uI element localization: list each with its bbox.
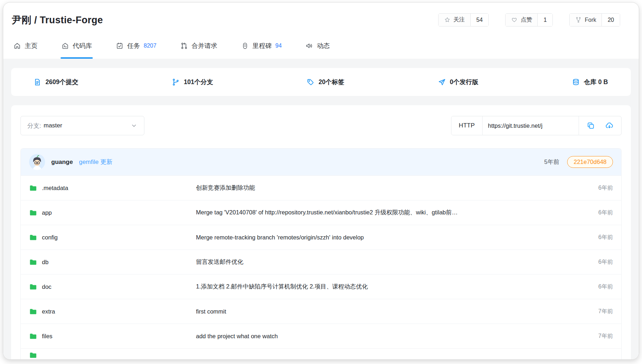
fork-button[interactable]: Fork 20 — [569, 13, 620, 26]
stat-repo-size[interactable]: 仓库 0 B — [570, 77, 610, 87]
tasks-icon — [116, 42, 124, 50]
files: files add the project what one watch 7年前 — [21, 324, 621, 348]
tab-label: 任务 — [127, 42, 140, 50]
commit-message-link[interactable]: 1.添加文档 2.邮件中缺陷序号计算机制优化 2.项目、课程动态优化 — [196, 283, 590, 291]
file-updated-time: 6年前 — [598, 234, 613, 241]
tab-label: 代码库 — [73, 42, 92, 50]
branch-select-label: 分支: — [27, 122, 41, 130]
repo-header: 尹刚 / Trustie-Forge 关注 54 点赞 1 Fork 20 — [3, 3, 639, 26]
folder-icon — [29, 233, 37, 242]
file-name-link[interactable]: .metadata — [42, 185, 68, 191]
cloud-download-icon — [605, 121, 614, 130]
action-count: 20 — [602, 14, 620, 26]
tab-code[interactable]: 代码库 — [61, 42, 93, 59]
action-count: 1 — [537, 14, 552, 26]
branch-icon — [172, 78, 180, 86]
file-name-link[interactable]: files — [42, 333, 52, 340]
database-icon — [572, 78, 580, 86]
folder-icon — [29, 351, 37, 359]
db: db 留言发送邮件优化 6年前 — [21, 249, 621, 274]
repo-toolbar: 分支: master HTTP — [20, 116, 622, 135]
commit-message-link[interactable]: add the project what one watch — [196, 333, 590, 340]
commit-sha-badge[interactable]: 221e70d648 — [567, 156, 613, 168]
folder-icon — [29, 307, 37, 316]
tab-label: 主页 — [25, 42, 38, 50]
file-name-link[interactable]: db — [42, 259, 48, 266]
star-icon — [444, 16, 451, 23]
document-icon — [33, 78, 42, 86]
commit-message-link[interactable]: Merge remote-tracking branch 'remotes/or… — [196, 234, 590, 241]
extra: extra first commit 7年前 — [21, 299, 621, 324]
repo-stats-bar: 2609个提交 101个分支 20个标签 0个发行版 仓库 0 B — [11, 68, 631, 96]
copy-icon — [586, 121, 595, 130]
commit-message-link[interactable]: 创新竞赛添加删除功能 — [196, 184, 590, 192]
speaker-icon — [305, 42, 313, 50]
tab-label: 动态 — [317, 42, 330, 50]
repo-card: 分支: master HTTP — [11, 105, 631, 360]
page-title: 尹刚 / Trustie-Forge — [12, 14, 103, 26]
file-name-link[interactable]: config — [42, 234, 58, 241]
tab-bar: 主页 代码库 任务 8207 合并请求 里程碑 94 动态 — [3, 26, 639, 59]
commit-message-link[interactable]: first commit — [196, 308, 590, 315]
table-row — [21, 348, 621, 360]
tab-count: 94 — [276, 43, 282, 49]
stat-tags[interactable]: 20个标签 — [304, 77, 346, 87]
tab-activity[interactable]: 动态 — [305, 42, 330, 59]
page-body: 2609个提交 101个分支 20个标签 0个发行版 仓库 0 B 分支: ma… — [3, 59, 639, 360]
praise-button[interactable]: 点赞 1 — [505, 13, 553, 26]
branch-select[interactable]: 分支: master — [20, 116, 144, 135]
config: config Merge remote-tracking branch 'rem… — [21, 225, 621, 249]
commit-author-link[interactable]: guange — [51, 159, 73, 166]
stat-commits[interactable]: 2609个提交 — [31, 77, 80, 87]
browser-window: 尹刚 / Trustie-Forge 关注 54 点赞 1 Fork 20 主页… — [3, 2, 639, 360]
.metadata: .metadata 创新竞赛添加删除功能 6年前 — [21, 175, 621, 200]
tab-merge-requests[interactable]: 合并请求 — [179, 42, 218, 59]
commit-time: 5年前 — [544, 158, 559, 166]
download-repo-button[interactable] — [605, 121, 614, 130]
protocol-select[interactable]: HTTP — [451, 116, 483, 135]
avatar[interactable] — [29, 154, 45, 170]
milestone-icon — [241, 42, 249, 50]
commit-message-link[interactable]: Merge tag 'V20140708' of http://reposito… — [196, 209, 590, 217]
latest-commit-message-link[interactable]: gemfile 更新 — [79, 158, 112, 166]
branch-select-value: master — [44, 122, 62, 129]
action-label: 点赞 — [521, 16, 532, 24]
stat-releases[interactable]: 0个发行版 — [436, 77, 481, 87]
action-count: 54 — [470, 14, 489, 26]
file-list: guange gemfile 更新 5年前 221e70d648 .metada… — [20, 148, 622, 360]
tab-label: 合并请求 — [192, 42, 217, 50]
tab-milestones[interactable]: 里程碑 94 — [240, 42, 283, 59]
tag-icon — [306, 78, 315, 86]
file-name-link[interactable]: app — [42, 209, 52, 216]
stat-label: 2609个提交 — [45, 78, 78, 86]
file-rows: .metadata 创新竞赛添加删除功能 6年前 app Merge tag '… — [21, 175, 621, 360]
stat-label: 20个标签 — [318, 78, 344, 86]
file-name-link[interactable]: doc — [42, 283, 52, 290]
file-updated-time: 6年前 — [598, 258, 613, 266]
copy-url-button[interactable] — [586, 121, 595, 130]
chevron-down-icon — [130, 122, 138, 129]
file-updated-time: 6年前 — [598, 184, 613, 192]
tab-tasks[interactable]: 任务 8207 — [115, 42, 157, 59]
watch-button[interactable]: 关注 54 — [438, 13, 489, 26]
file-updated-time: 7年前 — [598, 333, 613, 340]
file-name-link[interactable]: extra — [42, 308, 55, 315]
clone-url-input[interactable] — [483, 116, 579, 135]
action-label: 关注 — [454, 16, 465, 24]
tab-label: 里程碑 — [253, 42, 272, 50]
folder-icon — [29, 283, 37, 291]
merge-icon — [180, 42, 188, 50]
header-actions: 关注 54 点赞 1 Fork 20 — [438, 13, 621, 26]
stat-branches[interactable]: 101个分支 — [169, 77, 215, 87]
stat-label: 仓库 0 B — [584, 78, 608, 86]
heart-icon — [511, 16, 518, 23]
send-icon — [438, 78, 446, 86]
stat-label: 0个发行版 — [450, 78, 479, 86]
file-updated-time: 7年前 — [598, 308, 613, 315]
stat-label: 101个分支 — [184, 78, 213, 86]
tab-home[interactable]: 主页 — [13, 42, 38, 59]
file-updated-time: 6年前 — [598, 283, 613, 291]
commit-message-link[interactable]: 留言发送邮件优化 — [196, 258, 590, 266]
clone-url-group: HTTP — [451, 116, 622, 135]
fork-icon — [575, 16, 582, 23]
